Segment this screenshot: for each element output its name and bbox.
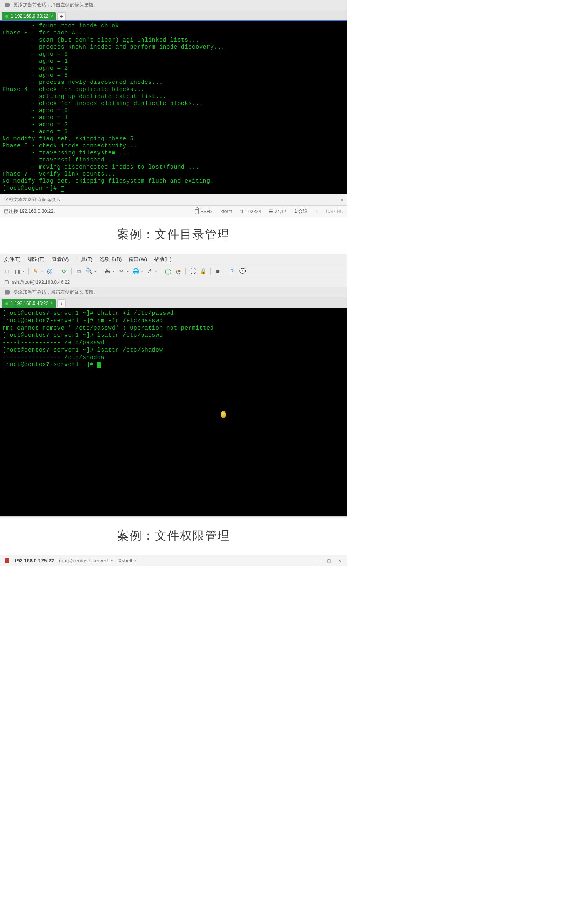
pencil-icon[interactable]: ✎ — [33, 268, 39, 274]
pos-icon: ☰ — [269, 209, 273, 214]
title-bar-3: 192.168.0.125:22 root@centos7-server1:~ … — [0, 555, 347, 566]
clip-icon[interactable]: ✂ — [118, 268, 125, 274]
close-tab-icon[interactable]: × — [51, 13, 53, 18]
status-caps: CAP NU — [326, 209, 343, 214]
help-icon[interactable]: ? — [229, 268, 235, 274]
menu-window[interactable]: 窗口(W) — [129, 256, 147, 263]
search-dropdown-icon[interactable]: ▾ — [94, 270, 96, 273]
open-dropdown-icon[interactable]: ▾ — [23, 270, 24, 273]
title-rest: root@centos7-server1:~ - Xshell 5 — [59, 558, 136, 564]
status-updn-icon: ↕ — [316, 209, 318, 214]
toolbar-sep-2 — [57, 268, 57, 275]
add-tab-button-2[interactable]: + — [57, 299, 66, 307]
font-dropdown-icon[interactable]: ▾ — [155, 270, 157, 273]
toolbar-sep-1 — [28, 268, 29, 275]
tab-strip-1: 1 192.168.0.30:22 × + — [0, 10, 347, 21]
at-icon[interactable]: @ — [47, 268, 53, 274]
close-window-button[interactable]: ✕ — [337, 558, 343, 564]
session-tab-2[interactable]: 1 192.168.0.46:22 × — [2, 299, 56, 308]
address-text[interactable]: ssh://root@192.168.0.46:22 — [12, 279, 70, 285]
plus-icon: + — [60, 13, 63, 20]
chat-icon[interactable]: 💬 — [239, 268, 245, 274]
print-icon[interactable]: 🖶 — [104, 268, 111, 274]
chevron-down-icon[interactable]: ▾ — [341, 197, 343, 203]
copy-icon[interactable]: ⧉ — [76, 268, 82, 274]
print-dropdown-icon[interactable]: ▾ — [113, 270, 114, 273]
session-tab-1[interactable]: 1 192.168.0.30:22 × — [2, 12, 56, 20]
add-tab-button[interactable]: + — [57, 12, 66, 20]
status-term: xterm — [220, 209, 232, 214]
toolbar-sep-6 — [185, 268, 186, 275]
status-dot-icon — [5, 15, 8, 18]
send-bar-text: 仅将文本发送到当前选项卡 — [4, 196, 60, 203]
status-dot-icon-2 — [5, 302, 8, 305]
minimize-button[interactable]: — — [315, 558, 321, 564]
globe-dropdown-icon[interactable]: ▾ — [141, 270, 143, 273]
pencil-dropdown-icon[interactable]: ▾ — [41, 270, 43, 273]
heading-1-text: 案例：文件目录管理 — [117, 228, 230, 241]
maximize-button[interactable]: ▢ — [326, 558, 332, 564]
tab-strip-2: 1 192.168.0.46:22 × + — [0, 297, 347, 308]
menu-view[interactable]: 查看(V) — [52, 256, 69, 263]
app-icon — [5, 558, 9, 563]
lock-icon — [195, 209, 199, 214]
highlight-cursor-icon — [221, 411, 226, 418]
cursor-icon-2 — [97, 362, 101, 368]
menu-tools[interactable]: 工具(T) — [76, 256, 93, 263]
address-lock-icon — [5, 280, 9, 284]
menu-file[interactable]: 文件(F) — [4, 256, 21, 263]
hint-bar-2: 要添加当前会话，点击左侧的箭头按钮。 — [0, 287, 347, 297]
status-ssh-label: SSH2 — [200, 209, 212, 214]
clip-dropdown-icon[interactable]: ▾ — [127, 270, 129, 273]
status-connected: 已连接 192.168.0.30:22。 — [4, 208, 187, 215]
toolbar-sep-8 — [225, 268, 225, 275]
lock-toolbar-icon[interactable]: 🔒 — [200, 268, 206, 274]
address-bar: ssh://root@192.168.0.46:22 — [0, 277, 347, 287]
cursor-icon — [61, 186, 64, 192]
arrow-flag-icon-2 — [5, 290, 10, 295]
dashboard-icon[interactable]: ▣ — [214, 268, 221, 274]
toolbar-sep-4 — [100, 268, 100, 275]
terminal-output-1[interactable]: - found root inode chunk Phase 3 - for e… — [0, 21, 347, 194]
status-size: ⇅ 102x24 — [240, 209, 261, 214]
status-size-val: 102x24 — [245, 209, 261, 214]
palette-icon[interactable]: ◯ — [165, 268, 171, 274]
hint-text-1: 要添加当前会话，点击左侧的箭头按钮。 — [13, 2, 98, 8]
title-host: 192.168.0.125:22 — [14, 558, 54, 564]
terminal-wrapper-2: [root@centos7-server1 ~]# chattr +i /etc… — [0, 308, 347, 516]
globe-icon[interactable]: 🌐 — [132, 268, 139, 274]
toolbar-sep-5 — [161, 268, 161, 275]
fullscreen-icon[interactable]: ⛶ — [190, 268, 196, 274]
send-bar[interactable]: 仅将文本发送到当前选项卡 ▾ — [0, 194, 347, 205]
hint-bar-1: 要添加当前会话，点击左侧的箭头按钮。 — [0, 0, 347, 10]
new-session-icon[interactable]: □ — [4, 268, 10, 274]
font-icon[interactable]: A — [147, 268, 153, 274]
status-bar-1: 已连接 192.168.0.30:22。 SSH2 xterm ⇅ 102x24… — [0, 205, 347, 217]
close-tab-icon-2[interactable]: × — [51, 301, 53, 305]
toolbar-sep-7 — [210, 268, 211, 275]
terminal-output-2[interactable]: [root@centos7-server1 ~]# chattr +i /etc… — [0, 308, 347, 370]
paint-icon[interactable]: ◔ — [175, 268, 181, 274]
status-ssh: SSH2 — [195, 209, 212, 214]
plus-icon-2: + — [60, 301, 63, 307]
arrow-flag-icon — [5, 3, 10, 7]
section-heading-2: 案例：文件权限管理 — [0, 518, 347, 555]
menu-tabs[interactable]: 选项卡(B) — [100, 256, 122, 263]
search-icon[interactable]: 🔍 — [86, 268, 92, 274]
status-pos: ☰ 24,17 — [269, 209, 287, 214]
menu-bar: 文件(F) 编辑(E) 查看(V) 工具(T) 选项卡(B) 窗口(W) 帮助(… — [0, 254, 347, 265]
tab-label-2: 1 192.168.0.46:22 — [11, 301, 49, 306]
size-icon: ⇅ — [240, 209, 244, 214]
status-pos-val: 24,17 — [275, 209, 287, 214]
toolbar-sep-3 — [71, 268, 72, 275]
menu-help[interactable]: 帮助(H) — [154, 256, 171, 263]
section-heading-1: 案例：文件目录管理 — [0, 217, 347, 254]
menu-edit[interactable]: 编辑(E) — [28, 256, 45, 263]
tab-label-1: 1 192.168.0.30:22 — [11, 13, 49, 19]
toolbar: □ ▥ ▾ ✎ ▾ @ ⟳ ⧉ 🔍 ▾ 🖶 ▾ ✂ ▾ 🌐 ▾ A ▾ ◯ ◔ … — [0, 265, 347, 277]
open-icon[interactable]: ▥ — [14, 268, 20, 274]
hint-text-2: 要添加当前会话，点击左侧的箭头按钮。 — [13, 289, 98, 295]
refresh-icon[interactable]: ⟳ — [61, 268, 67, 274]
status-sessions: 1 会话 — [294, 208, 308, 215]
heading-2-text: 案例：文件权限管理 — [117, 529, 230, 542]
